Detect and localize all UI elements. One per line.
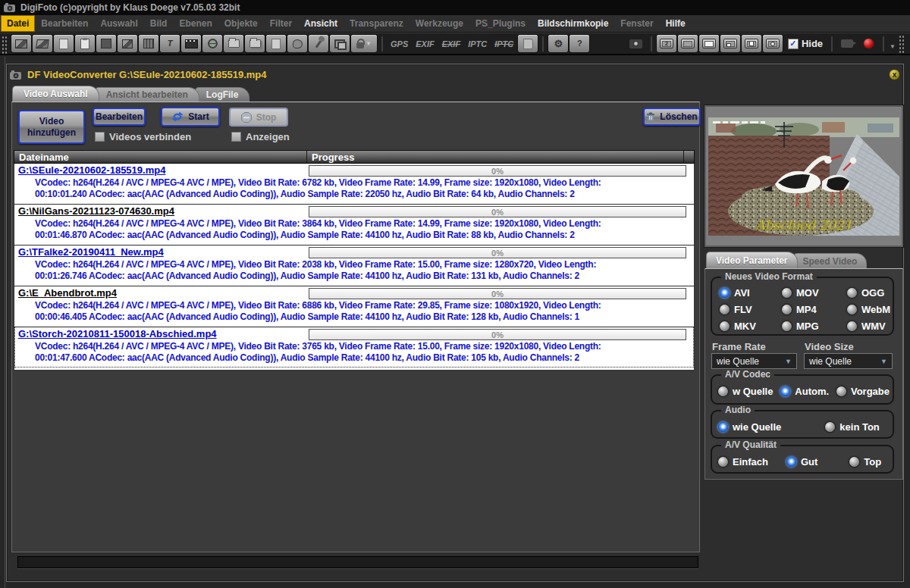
radio-mov[interactable]: MOV: [782, 287, 847, 299]
radio-mpg-icon[interactable]: [782, 321, 792, 331]
menu-bildschirmkopie[interactable]: Bildschirmkopie: [532, 15, 614, 32]
menu-hilfe[interactable]: Hilfe: [660, 15, 692, 32]
monitor-blank-icon[interactable]: [678, 35, 698, 52]
radio-mkv-icon[interactable]: [720, 321, 730, 331]
video-size-select[interactable]: wie Quelle ▼: [804, 353, 893, 369]
radio-wmv-icon[interactable]: [847, 321, 857, 331]
monitor-window-icon[interactable]: [720, 35, 740, 52]
radio-autom[interactable]: Autom.: [780, 386, 829, 397]
menu-datei[interactable]: Datei: [1, 15, 35, 32]
start-button[interactable]: Start: [161, 107, 220, 127]
menu-ps-plugins: PS_Plugins: [469, 15, 532, 32]
radio-autom-icon[interactable]: [780, 386, 790, 396]
tab-speed-video[interactable]: Speed Video: [793, 253, 868, 268]
radio-wie-quelle[interactable]: wie Quelle: [718, 421, 781, 433]
blank-page-icon[interactable]: [266, 35, 286, 52]
toolbar-drag-handle[interactable]: [2, 36, 8, 54]
table-row[interactable]: G:\NilGans-20211123-074630.mp4 0% VCodec…: [14, 204, 694, 245]
gear-icon[interactable]: ⚙: [548, 35, 568, 52]
monitor-white-icon[interactable]: [699, 35, 719, 52]
folders-icon[interactable]: [245, 35, 265, 52]
pick-tool-icon[interactable]: [309, 35, 328, 52]
tab-video-auswahl[interactable]: Video Auswahl: [12, 86, 99, 102]
radio-webm-icon[interactable]: [847, 305, 857, 314]
clipboard-icon[interactable]: [75, 35, 95, 52]
radio-w-quelle-icon[interactable]: [718, 386, 728, 396]
exif-off-text-icon[interactable]: EXIF: [442, 39, 460, 48]
add-video-button[interactable]: Video hinzufügen: [18, 110, 85, 144]
canvas-frames-icon[interactable]: [330, 35, 350, 52]
radio-gut[interactable]: Gut: [786, 456, 817, 468]
table-row[interactable]: G:\SEule-20210602-185519.mp4 0% VCodec: …: [14, 164, 694, 204]
show-checkbox[interactable]: [231, 132, 241, 142]
radio-gut-icon[interactable]: [786, 457, 796, 467]
camcorder-icon[interactable]: [837, 35, 857, 52]
radio-einfach[interactable]: Einfach: [718, 456, 768, 468]
radio-mp4-icon[interactable]: [782, 305, 792, 314]
radio-wmv[interactable]: WMV: [847, 321, 900, 332]
import-image-icon[interactable]: [33, 35, 52, 52]
frame-rate-select[interactable]: wie Quelle ▼: [711, 353, 797, 369]
globe-icon[interactable]: [202, 35, 222, 52]
tab-logfile[interactable]: LogFile: [195, 87, 250, 102]
folder-up-icon[interactable]: [224, 35, 243, 52]
tab-video-parameter[interactable]: Video Parameter: [706, 252, 798, 268]
photo-editor-icon[interactable]: [118, 35, 137, 52]
thumbnail-grid-icon[interactable]: [139, 35, 158, 52]
radio-ogg-icon[interactable]: [847, 288, 857, 298]
radio-mov-icon[interactable]: [782, 288, 792, 298]
stamp-tool-icon[interactable]: T: [160, 35, 180, 52]
radio-vorgabe-icon[interactable]: [836, 386, 846, 396]
hide-checkbox[interactable]: ✓: [788, 39, 799, 49]
radio-top[interactable]: Top: [849, 456, 881, 468]
delete-button[interactable]: Löschen: [643, 108, 701, 126]
book-icon[interactable]: [518, 35, 538, 52]
monitor-page-icon[interactable]: [742, 35, 761, 52]
monitor-zoom-icon[interactable]: [763, 35, 783, 52]
videoconverter-titlebar[interactable]: DF VideoConverter G:\SEule-20210602-1855…: [10, 67, 900, 83]
shape-blob-icon[interactable]: [287, 35, 307, 52]
filmstrip-icon[interactable]: [181, 35, 201, 52]
radio-flv-icon[interactable]: [720, 305, 730, 314]
radio-webm[interactable]: WebM: [847, 304, 900, 315]
column-progress[interactable]: Progress: [307, 151, 684, 163]
radio-mkv[interactable]: MKV: [720, 321, 782, 332]
radio-avi[interactable]: AVI: [720, 287, 782, 299]
iptc-off-text-icon[interactable]: IPTC: [494, 39, 513, 48]
join-videos-checkbox[interactable]: [95, 132, 105, 142]
tab-ansicht-bearbeiten[interactable]: Ansicht bearbeiten: [95, 87, 199, 102]
radio-wie-quelle-icon[interactable]: [718, 422, 728, 432]
toolbar-overflow-icon[interactable]: ▼: [890, 43, 896, 50]
edit-button[interactable]: Bearbeiten: [93, 108, 146, 126]
radio-vorgabe[interactable]: Vorgabe: [836, 386, 890, 397]
radio-top-icon[interactable]: [849, 457, 859, 467]
radio-einfach-icon[interactable]: [718, 457, 728, 467]
monitor-2-icon[interactable]: 2: [657, 35, 676, 52]
gps-text-icon[interactable]: GPS: [391, 39, 408, 48]
close-icon[interactable]: x: [889, 69, 900, 80]
radio-kein-ton-icon[interactable]: [825, 422, 835, 432]
column-dateiname[interactable]: Dateiname: [14, 151, 307, 163]
radio-w-quelle[interactable]: w Quelle: [718, 386, 773, 397]
help-icon[interactable]: ?: [570, 35, 589, 52]
progress-bar: 0%: [309, 165, 686, 177]
radio-ogg[interactable]: OGG: [847, 287, 900, 299]
toolbar-drag-handle[interactable]: [899, 35, 905, 53]
open-image-icon[interactable]: [11, 35, 31, 52]
table-row[interactable]: G:\TFalke2-20190411_New.mp4 0% VCodec: h…: [14, 245, 694, 286]
radio-flv[interactable]: FLV: [720, 304, 782, 315]
radio-mp4[interactable]: MP4: [782, 304, 847, 315]
radio-mpg[interactable]: MPG: [782, 321, 847, 332]
menu-ansicht[interactable]: Ansicht: [298, 15, 344, 32]
record-icon[interactable]: [858, 35, 878, 52]
table-row[interactable]: G:\Storch-20210811-150018-Abschied.mp4 0…: [14, 327, 694, 368]
table-row[interactable]: G:\E_Abendbrot.mp4 0% VCodec: h264(H.264…: [14, 286, 694, 327]
exif-text-icon[interactable]: EXIF: [416, 39, 434, 48]
new-page-icon[interactable]: [54, 35, 74, 52]
radio-avi-icon[interactable]: [720, 288, 730, 298]
photo-browser-icon[interactable]: [96, 35, 116, 52]
screenshot-camera-icon[interactable]: [626, 35, 646, 52]
radio-kein-ton[interactable]: kein Ton: [825, 421, 879, 433]
iptc-text-icon[interactable]: IPTC: [468, 39, 487, 48]
lock-dropdown-icon[interactable]: ▼: [351, 35, 377, 52]
